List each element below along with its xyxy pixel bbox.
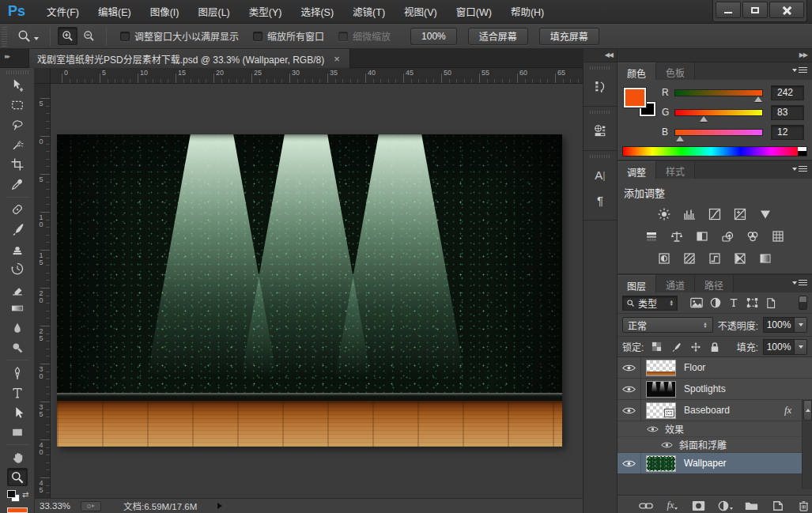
menu-item[interactable]: 类型(Y) bbox=[240, 0, 291, 23]
green-slider[interactable] bbox=[674, 109, 763, 116]
brightness-contrast-icon[interactable] bbox=[655, 206, 673, 221]
channel-mixer-icon[interactable] bbox=[744, 228, 761, 243]
red-slider[interactable] bbox=[674, 89, 763, 96]
gradient-tool[interactable] bbox=[7, 299, 28, 317]
filter-smart-objects-icon[interactable] bbox=[765, 297, 776, 309]
dock-expand-arrows[interactable]: ◀◀ bbox=[584, 49, 617, 62]
blend-mode-select[interactable]: 正常 ▲▼ bbox=[622, 317, 713, 333]
panel-menu-icon[interactable] bbox=[792, 166, 807, 172]
properties-panel-icon[interactable] bbox=[587, 119, 613, 142]
opacity-dropdown-icon[interactable] bbox=[795, 317, 807, 333]
link-layers-icon[interactable] bbox=[638, 498, 654, 513]
layer-thumbnail[interactable] bbox=[646, 360, 676, 376]
path-selection-tool[interactable] bbox=[7, 403, 28, 421]
black-white-icon[interactable] bbox=[693, 228, 711, 243]
filter-adjustment-layers-icon[interactable] bbox=[710, 297, 721, 308]
add-mask-icon[interactable] bbox=[691, 498, 707, 513]
panel-menu-icon[interactable] bbox=[792, 280, 807, 285]
layer-thumbnail[interactable] bbox=[646, 381, 676, 398]
filter-type-layers-icon[interactable] bbox=[728, 297, 739, 308]
levels-icon[interactable] bbox=[681, 206, 698, 221]
menu-item[interactable]: 图层(L) bbox=[189, 0, 238, 23]
ruler-corner[interactable] bbox=[35, 68, 51, 84]
brush-tool[interactable] bbox=[7, 221, 28, 239]
adjustment-layer-icon[interactable] bbox=[717, 498, 733, 513]
color-spectrum-ramp[interactable] bbox=[622, 146, 807, 157]
dodge-tool[interactable] bbox=[7, 338, 28, 356]
foreground-swatch[interactable] bbox=[624, 88, 646, 108]
default-colors-icon[interactable] bbox=[7, 490, 16, 498]
delete-layer-icon[interactable] bbox=[796, 498, 812, 513]
vibrance-icon[interactable] bbox=[757, 206, 774, 221]
pen-tool[interactable] bbox=[7, 364, 28, 382]
new-group-icon[interactable] bbox=[743, 498, 759, 513]
layer-thumbnail[interactable] bbox=[646, 455, 676, 472]
filter-pixel-layers-icon[interactable] bbox=[690, 297, 703, 308]
tab-color[interactable]: 颜色 bbox=[617, 62, 656, 80]
visibility-toggle[interactable] bbox=[617, 400, 641, 421]
lock-all-icon[interactable] bbox=[710, 341, 719, 353]
layer-fx-badge[interactable]: fx bbox=[784, 405, 791, 417]
foreground-background-colors[interactable]: ⇄ bbox=[6, 488, 29, 505]
scrollbar-thumb[interactable] bbox=[803, 400, 812, 421]
clone-stamp-tool[interactable] bbox=[7, 240, 28, 258]
crop-tool[interactable] bbox=[7, 156, 28, 174]
menu-item[interactable]: 视图(V) bbox=[395, 0, 446, 23]
eyedropper-tool[interactable] bbox=[7, 175, 28, 194]
selective-color-icon[interactable] bbox=[757, 251, 774, 266]
rectangular-marquee-tool[interactable] bbox=[7, 96, 28, 115]
tool-preset-picker[interactable] bbox=[10, 27, 43, 45]
layer-row-baseboard[interactable]: Baseboard fx bbox=[617, 400, 812, 421]
canvas-viewport[interactable] bbox=[51, 84, 583, 498]
zoom-out-button[interactable] bbox=[79, 27, 99, 45]
layer-filter-toggle[interactable] bbox=[799, 296, 807, 310]
color-lookup-icon[interactable] bbox=[769, 228, 787, 243]
green-slider-thumb[interactable] bbox=[700, 116, 708, 122]
vruler[interactable]: 5051015202530354045 bbox=[35, 84, 51, 498]
fill-screen-button[interactable]: 填充屏幕 bbox=[539, 28, 599, 45]
tab-close-icon[interactable]: × bbox=[332, 53, 342, 65]
psd-document[interactable] bbox=[57, 134, 562, 447]
dock-grip[interactable] bbox=[590, 155, 610, 158]
fill-combo[interactable]: 100% bbox=[763, 339, 807, 355]
dock-grip[interactable] bbox=[590, 111, 610, 114]
bevel-emboss-row[interactable]: 斜面和浮雕 bbox=[617, 437, 812, 453]
menu-item[interactable]: 选择(S) bbox=[292, 0, 342, 23]
options-bar-grip[interactable] bbox=[2, 26, 7, 47]
status-icon[interactable] bbox=[81, 501, 101, 511]
layers-scrollbar[interactable] bbox=[802, 400, 812, 489]
tab-swatches[interactable]: 色板 bbox=[656, 62, 695, 80]
history-panel-icon[interactable] bbox=[587, 74, 613, 98]
tab-paths[interactable]: 路径 bbox=[695, 275, 734, 292]
foreground-color-swatch[interactable] bbox=[7, 507, 28, 513]
type-tool[interactable] bbox=[7, 383, 28, 402]
panels-collapse-arrows[interactable]: ▶▶ bbox=[617, 49, 812, 62]
history-brush-tool[interactable] bbox=[7, 260, 28, 278]
curves-icon[interactable] bbox=[706, 206, 723, 221]
minimize-button[interactable] bbox=[716, 2, 741, 18]
menu-item[interactable]: 编辑(E) bbox=[89, 0, 140, 23]
layer-row-floor[interactable]: Floor bbox=[617, 357, 812, 379]
spot-healing-brush-tool[interactable] bbox=[7, 201, 28, 219]
tab-layers[interactable]: 图层 bbox=[617, 275, 656, 292]
menu-item[interactable]: 滤镜(T) bbox=[344, 0, 394, 23]
hue-saturation-icon[interactable] bbox=[643, 228, 660, 243]
blue-slider-thumb[interactable] bbox=[676, 136, 684, 141]
posterize-icon[interactable] bbox=[681, 251, 698, 266]
toolbar-collapse-arrows[interactable]: ▸▸ bbox=[5, 52, 9, 60]
dock-grip[interactable] bbox=[590, 66, 610, 70]
exposure-icon[interactable] bbox=[731, 206, 749, 221]
magic-wand-tool[interactable] bbox=[7, 136, 28, 154]
lock-pixels-icon[interactable] bbox=[670, 341, 682, 353]
swap-colors-icon[interactable]: ⇄ bbox=[22, 490, 28, 499]
fill-value[interactable]: 100% bbox=[763, 339, 795, 355]
lock-transparency-icon[interactable] bbox=[651, 341, 662, 352]
visibility-toggle[interactable] bbox=[617, 453, 641, 473]
lock-position-icon[interactable] bbox=[690, 341, 701, 353]
status-flyout-arrow-icon[interactable] bbox=[217, 503, 222, 509]
filter-kind-select[interactable]: 类型 ▲▼ bbox=[622, 296, 678, 311]
menu-item[interactable]: 窗口(W) bbox=[448, 0, 500, 23]
threshold-icon[interactable] bbox=[706, 251, 723, 266]
red-slider-thumb[interactable] bbox=[754, 96, 762, 102]
toolbar-grip[interactable] bbox=[6, 70, 28, 74]
